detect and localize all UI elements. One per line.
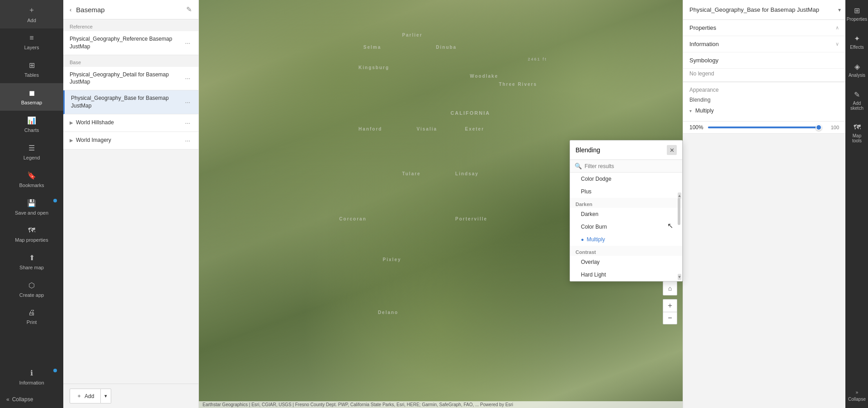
sidebar-label-charts: Charts <box>24 127 39 133</box>
more-btn-base2[interactable]: ··· <box>183 98 192 107</box>
sidebar-label-information: Information <box>19 380 44 385</box>
base-label: Base <box>70 60 81 65</box>
save-dot <box>53 199 57 202</box>
properties-tab[interactable]: ⊞ Properties <box>846 0 868 28</box>
add-dropdown-button[interactable]: ▾ <box>101 389 111 403</box>
sidebar-item-bookmarks[interactable]: 🔖 Bookmarks <box>0 166 63 193</box>
sidebar-item-share[interactable]: ⬆ Share map <box>0 248 63 276</box>
reference-label: Reference <box>70 24 93 29</box>
right-side-tabs: ⊞ Properties ✦ Effects ◈ Analysis ✎ Add … <box>845 0 868 408</box>
print-icon: 🖨 <box>28 309 35 317</box>
sidebar-item-information[interactable]: ℹ Information <box>0 363 63 391</box>
no-legend-label: No legend <box>689 70 714 77</box>
collapse-right-tab[interactable]: » Collapse <box>846 384 868 408</box>
blending-option-darken[interactable]: Darken <box>570 208 682 220</box>
props-row-container: Properties ∧ Information ∨ Symbology No … <box>683 20 845 82</box>
blending-row: ▾ Multiply <box>689 105 839 117</box>
sidebar-item-tables[interactable]: ⊞ Tables <box>0 56 63 83</box>
bookmarks-icon: 🔖 <box>27 171 36 180</box>
share-icon: ⬆ <box>29 253 35 262</box>
analysis-tab-icon: ◈ <box>854 62 860 71</box>
section-base: Base <box>63 55 198 67</box>
opacity-row: 100% 100 <box>683 122 845 134</box>
attribution-text: Earthstar Geographics | Esri, CGIAR, USG… <box>203 402 513 407</box>
sidebar-item-layers[interactable]: ≡ Layers <box>0 28 63 56</box>
blending-option-colorburn[interactable]: Color Burn ↖ <box>570 220 682 233</box>
sidebar-item-legend[interactable]: ☰ Legend <box>0 138 63 166</box>
more-btn-base1[interactable]: ··· <box>183 74 192 83</box>
layer-item-hillshade[interactable]: ▶ World Hillshade ··· <box>63 114 198 132</box>
zoom-out-button[interactable]: − <box>663 312 677 324</box>
layer-name-base1: Physical_Geography_Detail for Basemap Ju… <box>70 71 183 86</box>
sidebar-label-save: Save and open <box>15 210 48 216</box>
sidebar-item-charts[interactable]: 📊 Charts <box>0 111 63 138</box>
sidebar-item-basemap[interactable]: ◼ Basemap <box>0 83 63 111</box>
layer-item-base1[interactable]: Physical_Geography_Detail for Basemap Ju… <box>63 67 198 91</box>
information-row[interactable]: Information ∨ <box>683 36 845 52</box>
sidebar-item-createapp[interactable]: ⬡ Create app <box>0 276 63 303</box>
layer-panel-content: Reference Physical_Geography_Reference B… <box>63 19 198 384</box>
blending-option-plus[interactable]: Plus <box>570 185 682 198</box>
blending-option-overlay[interactable]: Overlay <box>570 256 682 268</box>
layer-item-base2[interactable]: Physical_Geography_Base for Basemap Just… <box>63 90 198 114</box>
more-btn-hillshade[interactable]: ··· <box>183 118 192 127</box>
add-icon-btn: ＋ <box>76 392 82 400</box>
expand-hillshade: ▶ <box>70 120 73 125</box>
scrollbar-thumb <box>678 198 680 225</box>
sidebar-item-save[interactable]: 💾 Save and open <box>0 193 63 221</box>
symbology-label: Symbology <box>689 57 839 64</box>
blending-search-input[interactable] <box>585 163 678 169</box>
tables-icon: ⊞ <box>29 61 35 70</box>
sidebar-label-tables: Tables <box>24 72 39 78</box>
back-button[interactable]: ‹ <box>70 6 71 13</box>
blending-option-colordodge[interactable]: Color Dodge <box>570 173 682 185</box>
more-btn-imagery[interactable]: ··· <box>183 136 192 145</box>
sidebar-item-mapprops[interactable]: 🗺 Map properties <box>0 221 63 248</box>
blending-popup-close-button[interactable]: ✕ <box>667 145 677 155</box>
home-tool-button[interactable]: ⌂ <box>663 281 677 295</box>
add-button[interactable]: ＋ Add <box>70 389 101 403</box>
darken-group-label: Darken <box>570 198 682 208</box>
legend-icon: ☰ <box>28 144 35 152</box>
map-attribution: Earthstar Geographics | Esri, CGIAR, USG… <box>199 401 683 408</box>
layer-item-imagery[interactable]: ▶ World Imagery ··· <box>63 132 198 150</box>
scrollbar-down[interactable]: ▼ <box>678 274 681 280</box>
edit-button[interactable]: ✎ <box>186 5 192 14</box>
layer-panel-header: ‹ Basemap ✎ <box>63 0 198 19</box>
map-label-elevation: 2461 ft <box>528 57 547 61</box>
opacity-slider[interactable] <box>708 127 822 128</box>
map-label-delano: Delano <box>378 310 398 315</box>
no-legend-row: No legend <box>683 69 845 82</box>
blending-scrollbar[interactable]: ▲ ▼ <box>678 192 681 280</box>
map-label-visalia: Visalia <box>417 127 438 131</box>
layer-name-ref1: Physical_Geography_Reference Basemap Jus… <box>70 35 183 51</box>
blending-chevron: ▾ <box>689 108 692 113</box>
properties-row[interactable]: Properties ∧ <box>683 20 845 36</box>
collapse-label: Collapse <box>12 396 33 403</box>
sidebar-item-add[interactable]: ＋ Add <box>0 0 63 28</box>
search-icon: 🔍 <box>575 163 582 169</box>
map-tools-tab[interactable]: 🗺 Map tools <box>846 117 868 150</box>
blending-value[interactable]: Multiply <box>695 108 714 114</box>
add-sketch-tab[interactable]: ✎ Add sketch <box>846 84 868 117</box>
analysis-tab[interactable]: ◈ Analysis <box>846 56 868 84</box>
symbology-row[interactable]: Symbology <box>683 52 845 69</box>
blending-option-hardlight[interactable]: Hard Light <box>570 268 682 281</box>
multiply-check: ● <box>581 237 584 242</box>
effects-tab-icon: ✦ <box>854 34 860 43</box>
sidebar-label-mapprops: Map properties <box>15 237 48 243</box>
effects-tab[interactable]: ✦ Effects <box>846 28 868 56</box>
effects-tab-label: Effects <box>850 45 863 50</box>
properties-caret: ∧ <box>835 25 839 31</box>
layer-item-ref1[interactable]: Physical_Geography_Reference Basemap Jus… <box>63 31 198 55</box>
sidebar-item-print[interactable]: 🖨 Print <box>0 303 63 330</box>
blending-option-multiply[interactable]: ● Multiply <box>570 233 682 246</box>
right-panel-dropdown[interactable]: ▾ <box>834 7 845 13</box>
right-panel: Physical_Geography_Base for Basemap Just… <box>683 0 845 408</box>
close-icon: ✕ <box>670 147 675 154</box>
add-label: Add <box>85 393 94 399</box>
zoom-in-button[interactable]: ＋ <box>663 299 677 312</box>
sidebar-label-print: Print <box>27 319 37 325</box>
more-btn-ref1[interactable]: ··· <box>183 38 192 47</box>
sidebar-collapse[interactable]: « Collapse <box>0 391 63 408</box>
